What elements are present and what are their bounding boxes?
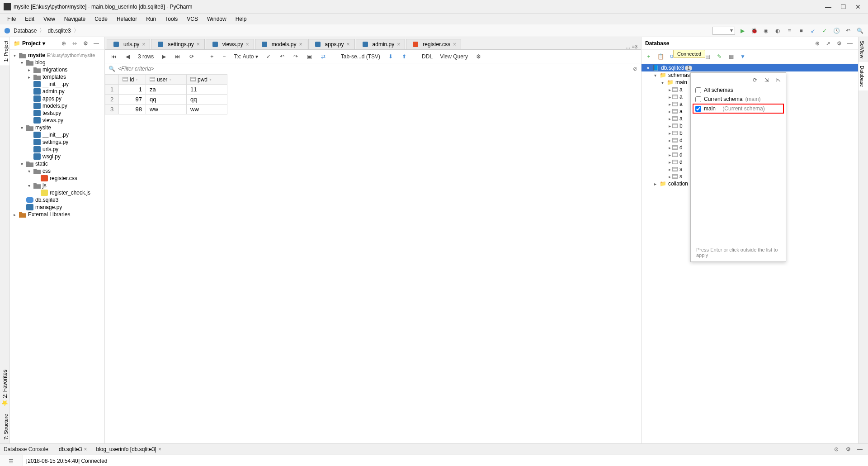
tree-file-db[interactable]: db.sqlite3 bbox=[10, 196, 104, 204]
tree-folder-css[interactable]: ▾css bbox=[10, 167, 104, 175]
tab-views[interactable]: views.py× bbox=[206, 39, 254, 49]
concurrency-icon[interactable]: ≡ bbox=[785, 26, 794, 35]
tree-file-init2[interactable]: __init__.py bbox=[10, 131, 104, 138]
add-datasource-icon[interactable]: + bbox=[644, 52, 653, 61]
clear-filter-icon[interactable]: ⊘ bbox=[633, 66, 637, 72]
close-icon[interactable]: × bbox=[347, 41, 350, 48]
tree-file-tests[interactable]: tests.py bbox=[10, 109, 104, 117]
coverage-icon[interactable]: ◉ bbox=[761, 26, 770, 35]
tree-file-apps[interactable]: apps.py bbox=[10, 95, 104, 102]
tree-folder-mysite[interactable]: ▾mysite bbox=[10, 124, 104, 131]
menu-navigate[interactable]: Navigate bbox=[61, 15, 89, 23]
close-icon[interactable]: × bbox=[397, 41, 400, 48]
run-icon[interactable]: ▶ bbox=[738, 26, 747, 35]
tab-apps[interactable]: apps.py× bbox=[308, 39, 355, 49]
side-tab-favorites[interactable]: ⭐2: Favorites bbox=[0, 366, 9, 410]
compare-icon[interactable]: ⇄ bbox=[318, 52, 328, 61]
collapse-icon[interactable]: ⊕ bbox=[813, 39, 822, 48]
menu-view[interactable]: View bbox=[40, 15, 59, 23]
side-tab-project[interactable]: 1: Project bbox=[0, 37, 9, 65]
tree-file-admin[interactable]: admin.py bbox=[10, 88, 104, 95]
gear-icon[interactable]: ⚙ bbox=[81, 39, 90, 48]
vcs-history-icon[interactable]: 🕓 bbox=[832, 26, 841, 35]
hide-icon[interactable]: — bbox=[92, 39, 101, 48]
menu-edit[interactable]: Edit bbox=[21, 15, 38, 23]
all-schemas-checkbox[interactable] bbox=[695, 87, 701, 93]
data-grid[interactable]: id÷ user÷ pwd÷ 11za11 297qqqq 398wwww bbox=[105, 74, 641, 443]
tab-admin[interactable]: admin.py× bbox=[356, 39, 406, 49]
close-icon[interactable]: × bbox=[197, 41, 200, 48]
collapse-all-icon[interactable]: ⇔ bbox=[70, 39, 79, 48]
menu-tools[interactable]: Tools bbox=[161, 15, 181, 23]
breadcrumb-db-file[interactable]: db.sqlite3 bbox=[47, 28, 71, 34]
close-icon[interactable]: × bbox=[246, 41, 249, 48]
view-query-button[interactable]: View Query bbox=[438, 53, 470, 60]
side-tab-database[interactable]: Database bbox=[859, 62, 868, 90]
profile-icon[interactable]: ◐ bbox=[773, 26, 782, 35]
breadcrumb-database[interactable]: Database bbox=[5, 28, 37, 34]
scroll-from-source-icon[interactable]: ⊕ bbox=[59, 39, 68, 48]
tree-file-wsgi[interactable]: wsgi.py bbox=[10, 153, 104, 160]
search-icon[interactable]: 🔍 bbox=[855, 26, 864, 35]
tree-file-init[interactable]: __init__.py bbox=[10, 81, 104, 88]
project-panel-title[interactable]: 📁 Project ▾ bbox=[14, 40, 59, 47]
clone-icon[interactable]: ▣ bbox=[304, 52, 315, 61]
close-icon[interactable]: × bbox=[142, 41, 145, 48]
collapse-icon[interactable]: ⇱ bbox=[774, 76, 783, 85]
tx-mode-button[interactable]: Tx: Auto ▾ bbox=[232, 53, 259, 60]
tree-folder-blog[interactable]: ▾blog bbox=[10, 59, 104, 66]
remove-row-icon[interactable]: − bbox=[220, 52, 228, 61]
project-tree[interactable]: ▾mysite E:\kusy\python\mysite ▾blog ▸mig… bbox=[10, 50, 104, 443]
main-schema-checkbox[interactable] bbox=[695, 106, 701, 112]
hide-icon[interactable]: — bbox=[845, 39, 854, 48]
gear-icon[interactable]: ⚙ bbox=[844, 445, 853, 454]
menu-window[interactable]: Window bbox=[203, 15, 230, 23]
tree-folder-templates[interactable]: ▸templates bbox=[10, 73, 104, 81]
tab-urls[interactable]: urls.py× bbox=[107, 39, 150, 49]
menu-code[interactable]: Code bbox=[91, 15, 111, 23]
expand-icon[interactable]: ⇲ bbox=[762, 76, 771, 85]
close-icon[interactable]: × bbox=[453, 41, 456, 48]
tree-file-register-css[interactable]: register.css bbox=[10, 175, 104, 182]
first-page-icon[interactable]: ⏮ bbox=[108, 52, 119, 61]
ddl-button[interactable]: DDL bbox=[420, 53, 434, 60]
tab-models[interactable]: models.py× bbox=[255, 39, 307, 49]
col-user[interactable]: user÷ bbox=[146, 75, 187, 85]
gear-icon[interactable]: ⚙ bbox=[835, 39, 844, 48]
tree-file-settings[interactable]: settings.py bbox=[10, 138, 104, 146]
option-current-schema[interactable]: Current schema (main) bbox=[693, 95, 784, 104]
console-tab-blog-userinfo[interactable]: blog_userinfo [db.sqlite3] × bbox=[91, 444, 165, 454]
edit-icon[interactable]: ✎ bbox=[715, 52, 724, 61]
export-icon[interactable]: ⬇ bbox=[386, 52, 396, 61]
vcs-commit-icon[interactable]: ✓ bbox=[820, 26, 829, 35]
filter-icon[interactable]: ▼ bbox=[738, 52, 747, 61]
hide-icon[interactable]: — bbox=[855, 445, 864, 454]
commit-icon[interactable]: ✓ bbox=[264, 52, 274, 61]
revert-icon[interactable]: ↷ bbox=[291, 52, 301, 61]
tree-folder-migrations[interactable]: ▸migrations bbox=[10, 66, 104, 73]
next-page-icon[interactable]: ▶ bbox=[159, 52, 169, 61]
add-row-icon[interactable]: + bbox=[208, 52, 216, 61]
menu-vcs[interactable]: VCS bbox=[183, 15, 202, 23]
tab-register-css[interactable]: register.css× bbox=[406, 39, 461, 49]
refresh-schemas-icon[interactable]: ⟳ bbox=[750, 76, 760, 85]
maximize-button[interactable]: ☐ bbox=[840, 3, 846, 10]
tree-folder-static[interactable]: ▾static bbox=[10, 160, 104, 167]
tree-file-manage[interactable]: manage.py bbox=[10, 204, 104, 211]
last-page-icon[interactable]: ⏭ bbox=[172, 52, 183, 61]
menu-run[interactable]: Run bbox=[142, 15, 160, 23]
rollback-icon[interactable]: ↶ bbox=[277, 52, 287, 61]
menu-file[interactable]: File bbox=[4, 15, 19, 23]
close-console-icon[interactable]: ⊘ bbox=[832, 445, 841, 454]
minimize-button[interactable]: — bbox=[825, 3, 831, 10]
tree-external-libraries[interactable]: ▸External Libraries bbox=[10, 211, 104, 218]
menu-refactor[interactable]: Refactor bbox=[113, 15, 141, 23]
tree-file-views[interactable]: views.py bbox=[10, 117, 104, 124]
vcs-update-icon[interactable]: ↙ bbox=[808, 26, 817, 35]
gear-icon[interactable]: ⚙ bbox=[473, 52, 484, 61]
col-pwd[interactable]: pwd÷ bbox=[187, 75, 227, 85]
tab-settings[interactable]: settings.py× bbox=[151, 39, 204, 49]
side-tab-structure[interactable]: 7: Structure bbox=[0, 410, 9, 443]
tree-file-models[interactable]: models.py bbox=[10, 102, 104, 109]
tree-root[interactable]: ▾mysite E:\kusy\python\mysite bbox=[10, 52, 104, 59]
